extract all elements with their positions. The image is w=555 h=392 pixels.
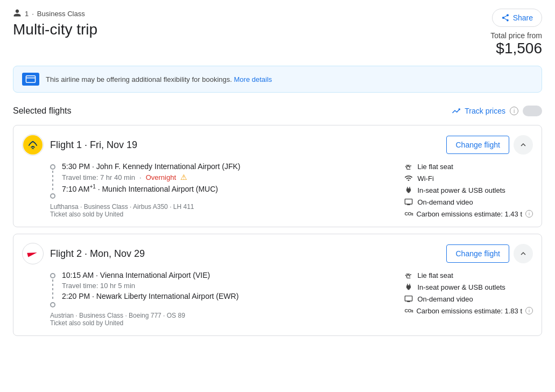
route-line-2 bbox=[52, 279, 53, 301]
passenger-count: 1 bbox=[25, 10, 29, 18]
co2-1: CO₂ Carbon emissions estimate: 1.43 t i bbox=[404, 209, 533, 218]
ticket-info-2: Ticket also sold by United bbox=[50, 319, 391, 327]
seat-icon bbox=[404, 162, 413, 171]
flight-2-card: Flight 2 · Mon, Nov 29 Change flight 10:… bbox=[13, 234, 542, 336]
video-icon bbox=[404, 198, 413, 206]
amenity-wifi-1: Wi-Fi bbox=[404, 174, 533, 183]
selected-flights-title: Selected flights bbox=[13, 106, 72, 116]
austrian-logo bbox=[22, 243, 44, 264]
cabin-class: Business Class bbox=[37, 10, 85, 18]
flight-2-header-right: Change flight bbox=[446, 244, 533, 263]
warning-icon-1: ⚠ bbox=[180, 173, 187, 181]
arrive-time-1: 7:10 AM bbox=[62, 185, 89, 193]
flight-2-amenities: Lie flat seat In-seat power & USB outlet… bbox=[404, 271, 533, 327]
amenity-seat-label-1: Lie flat seat bbox=[417, 163, 453, 171]
depart-dot-2 bbox=[50, 273, 55, 278]
route-line-1 bbox=[52, 171, 53, 192]
power-icon bbox=[404, 186, 413, 194]
track-prices-area: Track prices i bbox=[452, 106, 542, 116]
amenity-video-label-1: On-demand video bbox=[417, 198, 473, 206]
airline-details-2: Austrian · Business Class · Boeing 777 ·… bbox=[50, 312, 391, 319]
share-button[interactable]: Share bbox=[492, 9, 542, 27]
flexibility-icon bbox=[22, 73, 39, 86]
svg-rect-0 bbox=[26, 76, 35, 82]
co2-2: CO₂ Carbon emissions estimate: 1.83 t i bbox=[404, 306, 533, 315]
depart-dot-1 bbox=[50, 164, 55, 170]
amenity-seat-1: Lie flat seat bbox=[404, 162, 533, 171]
amenity-video-label-2: On-demand video bbox=[417, 295, 473, 303]
depart-airport-2: Vienna International Airport (VIE) bbox=[100, 271, 210, 279]
arrive-superscript-1: +1 bbox=[89, 184, 95, 190]
selected-flights-header: Selected flights Track prices i bbox=[0, 97, 555, 121]
power-icon-2 bbox=[404, 283, 413, 291]
flight-2-route: 10:15 AM · Vienna International Airport … bbox=[50, 271, 391, 327]
route-stop-visual-2 bbox=[50, 273, 55, 307]
wifi-icon bbox=[404, 174, 413, 183]
amenity-power-label-1: In-seat power & USB outlets bbox=[417, 186, 505, 194]
overnight-label-1: Overnight bbox=[146, 173, 176, 181]
arrive-airport-2: Newark Liberty International Airport (EW… bbox=[96, 292, 239, 300]
meta-dot: · bbox=[32, 10, 34, 18]
travel-time-1: Travel time: 7 hr 40 min bbox=[62, 173, 135, 181]
arrive-time-2: 2:20 PM bbox=[62, 292, 90, 300]
flight-1-route: 5:30 PM · John F. Kennedy International … bbox=[50, 162, 391, 218]
flight-1-details: 5:30 PM · John F. Kennedy International … bbox=[13, 162, 542, 227]
change-flight-1-button[interactable]: Change flight bbox=[446, 136, 509, 154]
co2-label-1: Carbon emissions estimate: 1.43 t bbox=[416, 210, 522, 218]
change-flight-2-button[interactable]: Change flight bbox=[446, 244, 509, 263]
route-times-2: 10:15 AM · Vienna International Airport … bbox=[62, 271, 238, 300]
flight-2-header-left: Flight 2 · Mon, Nov 29 bbox=[22, 243, 145, 264]
amenity-video-2: On-demand video bbox=[404, 295, 533, 303]
flight-1-header-left: Flight 1 · Fri, Nov 19 bbox=[22, 134, 137, 156]
amenity-wifi-label-1: Wi-Fi bbox=[417, 174, 433, 183]
co2-info-icon-2[interactable]: i bbox=[525, 307, 533, 314]
banner-text: This airline may be offering additional … bbox=[46, 75, 232, 83]
track-prices-toggle[interactable] bbox=[523, 106, 542, 116]
flight-1-title: Flight 1 · Fri, Nov 19 bbox=[50, 139, 137, 151]
airline-info-2: Austrian · Business Class · Boeing 777 ·… bbox=[50, 312, 391, 327]
amenity-seat-2: Lie flat seat bbox=[404, 271, 533, 279]
airline-info-1: Lufthansa · Business Class · Airbus A350… bbox=[50, 203, 391, 218]
flight-2-details: 10:15 AM · Vienna International Airport … bbox=[13, 271, 542, 335]
flight-1-header: Flight 1 · Fri, Nov 19 Change flight bbox=[13, 125, 542, 162]
flight-2-header: Flight 2 · Mon, Nov 29 Change flight bbox=[13, 234, 542, 271]
amenity-power-2: In-seat power & USB outlets bbox=[404, 283, 533, 291]
travel-time-2: Travel time: 10 hr 5 min bbox=[62, 282, 135, 290]
flexibility-text: This airline may be offering additional … bbox=[46, 75, 272, 83]
collapse-flight-2-button[interactable] bbox=[514, 244, 533, 263]
arrive-dot-2 bbox=[50, 302, 55, 307]
track-prices-button[interactable]: Track prices bbox=[452, 107, 505, 115]
page-header: 1 · Business Class Multi-city trip Share… bbox=[0, 0, 555, 61]
person-icon bbox=[13, 9, 22, 19]
amenity-seat-label-2: Lie flat seat bbox=[417, 271, 453, 279]
flight-2-title: Flight 2 · Mon, Nov 29 bbox=[50, 248, 145, 260]
more-details-link[interactable]: More details bbox=[234, 75, 272, 83]
track-prices-label: Track prices bbox=[465, 107, 505, 115]
amenity-video-1: On-demand video bbox=[404, 198, 533, 206]
header-meta: 1 · Business Class bbox=[13, 9, 97, 19]
ticket-info-1: Ticket also sold by United bbox=[50, 211, 391, 218]
route-times-1: 5:30 PM · John F. Kennedy International … bbox=[62, 162, 241, 193]
co2-icon-2: CO₂ bbox=[404, 306, 413, 315]
arrive-dot-1 bbox=[50, 193, 55, 199]
flight-1-amenities: Lie flat seat Wi-Fi In-seat power & USB … bbox=[404, 162, 533, 218]
depart-airport-1: John F. Kennedy International Airport (J… bbox=[96, 162, 241, 171]
total-price-label: Total price from bbox=[490, 31, 542, 40]
share-label: Share bbox=[513, 13, 533, 22]
co2-info-icon-1[interactable]: i bbox=[525, 210, 533, 218]
amenity-power-label-2: In-seat power & USB outlets bbox=[417, 283, 505, 291]
flexibility-banner: This airline may be offering additional … bbox=[13, 66, 542, 93]
route-stop-visual-1 bbox=[50, 164, 55, 199]
track-prices-info-icon[interactable]: i bbox=[510, 107, 518, 115]
seat-icon-2 bbox=[404, 271, 413, 279]
collapse-flight-1-button[interactable] bbox=[514, 135, 533, 155]
flight-1-header-right: Change flight bbox=[446, 135, 533, 155]
amenity-power-1: In-seat power & USB outlets bbox=[404, 186, 533, 194]
depart-time-2: 10:15 AM bbox=[62, 271, 94, 279]
arrive-airport-1: Munich International Airport (MUC) bbox=[102, 185, 218, 193]
lufthansa-logo bbox=[22, 134, 44, 156]
page-title: Multi-city trip bbox=[13, 21, 97, 38]
flight-1-card: Flight 1 · Fri, Nov 19 Change flight 5:3… bbox=[13, 125, 542, 227]
header-left: 1 · Business Class Multi-city trip bbox=[13, 9, 97, 38]
depart-time-1: 5:30 PM bbox=[62, 162, 90, 171]
